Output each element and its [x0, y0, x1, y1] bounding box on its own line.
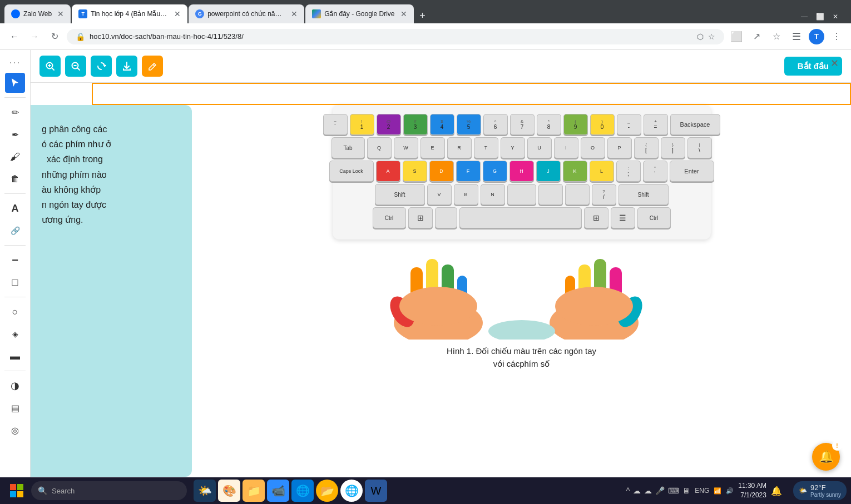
download-button[interactable] [116, 56, 137, 77]
chevron-icon[interactable]: ^ [626, 486, 630, 495]
tab-google-close[interactable]: ✕ [291, 9, 298, 18]
tool-pen[interactable]: ✏ [5, 102, 25, 122]
tool-contrast[interactable]: ◑ [5, 376, 25, 396]
tool-link[interactable]: 🔗 [5, 221, 25, 241]
tab-zalo-close[interactable]: ✕ [57, 9, 64, 18]
bookmark-button[interactable]: ☆ [769, 29, 784, 44]
tab-drive-close[interactable]: ✕ [400, 9, 407, 18]
weather-temp: 92°F [810, 483, 841, 492]
taskbar-clock[interactable]: 11:30 AM 7/1/2023 [738, 481, 766, 500]
notification-dot[interactable]: 🔔 [771, 486, 782, 496]
key-j: J [536, 161, 561, 182]
star-icon[interactable]: ☆ [708, 32, 715, 41]
tool-square[interactable]: □ [5, 272, 25, 292]
profile-switcher[interactable]: ☰ [789, 29, 804, 44]
key-bracket-l: {[ [634, 137, 659, 158]
edit-button[interactable] [142, 56, 163, 77]
taskbar-app-zoom[interactable]: 📹 [267, 480, 289, 502]
key-q: Q [367, 137, 392, 158]
key-h: H [509, 161, 534, 182]
tab-zalo[interactable]: Zalo Web ✕ [4, 4, 71, 23]
search-placeholder: Search [52, 487, 75, 495]
close-viewer-button[interactable]: ✕ [827, 56, 842, 71]
tool-barcode[interactable]: ▤ [5, 398, 25, 418]
tab-tinhoc-close[interactable]: ✕ [174, 9, 181, 18]
key-0: )0 [590, 114, 615, 135]
tool-rect[interactable]: ▬ [5, 346, 25, 366]
tool-separator-4 [4, 297, 26, 297]
profile-avatar[interactable]: T [809, 29, 824, 44]
tool-separator-3 [4, 245, 26, 246]
lock-icon: 🔒 [76, 32, 85, 41]
top-toolbar: Bắt đầu ✕ [31, 50, 851, 83]
start-menu-button[interactable] [4, 478, 29, 503]
svg-line-1 [52, 68, 55, 71]
tool-eye[interactable]: ◎ [5, 420, 25, 440]
taskbar-app-folder[interactable]: 📁 [243, 480, 265, 502]
svg-rect-25 [10, 491, 16, 497]
zoom-out-button[interactable] [65, 56, 86, 77]
sidebar-dots: ··· [9, 54, 21, 71]
taskbar-app-chrome[interactable]: 🌐 [340, 480, 363, 502]
taskbar-right-area: ^ ☁ ☁ 🎤 ⌨ 🖥 ENG 📶 🔊 11:30 AM 7/1/2023 🔔 [626, 481, 786, 500]
tool-circle[interactable]: ○ [5, 302, 25, 322]
key-2: @2 [377, 114, 401, 135]
key-semicolon: :; [616, 161, 641, 182]
url-text: hoc10.vn/doc-sach/ban-mau-tin-hoc-4/11/5… [90, 32, 692, 41]
keyboard-row-numbers: ~` !1 @2 #3 $4 %5 ^6 &7 *8 (9 )0 _- += B… [342, 114, 702, 135]
tab-zalo-label: Zalo Web [23, 10, 52, 18]
reload-button[interactable]: ↻ [47, 29, 62, 44]
key-t: T [474, 137, 498, 158]
more-menu-button[interactable]: ⋮ [829, 29, 844, 44]
new-tab-button[interactable]: + [415, 8, 431, 23]
share-button[interactable]: ↗ [749, 29, 764, 44]
maximize-button[interactable]: ⬜ [813, 10, 827, 23]
tool-marker[interactable]: ✒ [5, 124, 25, 144]
taskbar-app-edge[interactable]: 🌐 [291, 480, 314, 502]
key-bracket-r: }] [661, 137, 685, 158]
clock-time: 11:30 AM [738, 481, 766, 491]
close-window-button[interactable]: ✕ [829, 10, 842, 23]
notification-button[interactable]: 🔔 ! [812, 443, 840, 471]
taskbar-app-word[interactable]: W [365, 480, 387, 502]
tool-line[interactable]: − [5, 250, 25, 270]
tool-delete[interactable]: 🗑 [5, 169, 25, 189]
key-ctrl-right: Ctrl [637, 207, 671, 228]
taskbar-app-files[interactable]: 📂 [316, 480, 338, 502]
main-area: ··· ✏ ✒ 🖌 🗑 A 🔗 − □ ○ ◈ ▬ ◑ ▤ ◎ [0, 50, 851, 477]
taskbar-app-weather[interactable]: 🌤️ [194, 480, 216, 502]
tool-brush[interactable]: 🖌 [5, 147, 25, 167]
taskbar-app-paint[interactable]: 🎨 [218, 480, 240, 502]
key-comma [538, 184, 563, 205]
wifi-icon: 📶 [714, 487, 721, 495]
key-o: O [581, 137, 605, 158]
tab-bar: Zalo Web ✕ T Tin học lớp 4 (Bản Mẫu) | S… [0, 0, 851, 23]
content-area: g phân công cácó các phím như ở xác định… [31, 83, 851, 477]
back-button[interactable]: ← [7, 29, 22, 44]
minimize-button[interactable]: — [798, 10, 811, 23]
tool-cursor[interactable] [5, 73, 25, 93]
extensions-button[interactable]: ⬜ [729, 29, 744, 44]
taskbar-search-bar[interactable]: 🔍 Search [31, 481, 187, 500]
drive-favicon [312, 9, 321, 18]
url-bar[interactable]: 🔒 hoc10.vn/doc-sach/ban-mau-tin-hoc-4/11… [67, 29, 724, 44]
url-icons: ⬡ ☆ [697, 32, 715, 41]
forward-button[interactable]: → [27, 29, 42, 44]
zoom-in-button[interactable] [39, 56, 61, 77]
tab-google[interactable]: G powerpoint có chức năng - Tìm t... ✕ [189, 4, 304, 23]
tab-drive[interactable]: Gần đây - Google Drive ✕ [305, 4, 413, 23]
key-win-left: ⊞ [408, 207, 433, 228]
window-controls: — ⬜ ✕ [798, 10, 847, 23]
key-i: I [554, 137, 578, 158]
clock-date: 7/1/2023 [738, 491, 766, 500]
keyboard-row-zxcv: Shift V B N ?/ Shift [342, 184, 702, 205]
tool-separator-1 [4, 97, 26, 98]
key-alt-left [435, 207, 457, 228]
tool-hand[interactable]: ◈ [5, 324, 25, 344]
rotate-button[interactable] [91, 56, 112, 77]
tab-tinhoc[interactable]: T Tin học lớp 4 (Bản Mẫu) | Sách C... ✕ [72, 4, 187, 23]
svg-point-22 [488, 320, 555, 340]
tool-text[interactable]: A [5, 198, 25, 218]
key-slash: ?/ [592, 184, 616, 205]
key-tilde: ~` [323, 114, 348, 135]
